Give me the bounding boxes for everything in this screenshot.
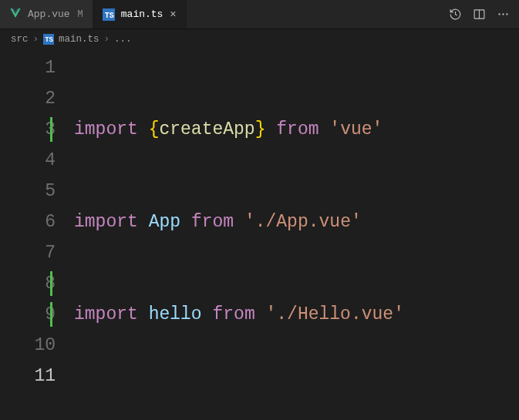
line-number: 7 (0, 237, 56, 268)
editor-actions (440, 0, 519, 29)
code-line[interactable]: import App from './App.vue' (74, 207, 519, 237)
more-icon[interactable] (497, 8, 510, 21)
line-number: 9 (0, 299, 56, 330)
tab-title: main.ts (121, 8, 163, 20)
ts-icon: TS (103, 8, 115, 21)
line-number: 4 (0, 145, 56, 176)
svg-point-3 (502, 13, 504, 15)
history-icon[interactable] (449, 8, 462, 21)
code-line[interactable]: import {createApp} from 'vue' (74, 114, 519, 145)
line-number: 2 (0, 83, 56, 114)
svg-point-4 (506, 13, 507, 15)
breadcrumb-root[interactable]: src (11, 34, 29, 45)
tab-title: App.vue (28, 8, 70, 20)
code-area[interactable]: import {createApp} from 'vue' import App… (74, 52, 519, 420)
line-number: 11 (0, 361, 56, 391)
svg-point-2 (498, 13, 500, 15)
tab-main-ts[interactable]: TS main.ts × (93, 0, 187, 29)
code-line[interactable] (74, 391, 519, 420)
chevron-right-icon: › (104, 34, 110, 45)
tab-app-vue[interactable]: App.vue M (0, 0, 93, 29)
line-number: 10 (0, 330, 56, 361)
ts-icon: TS (43, 34, 54, 45)
modified-bar-icon (50, 271, 52, 296)
vue-icon (9, 7, 22, 22)
line-number: 5 (0, 176, 56, 207)
breadcrumb-file[interactable]: main.ts (59, 34, 99, 45)
tab-modified-indicator: M (78, 9, 83, 20)
breadcrumb[interactable]: src › TS main.ts › ... (0, 29, 519, 49)
line-number: 8 (0, 268, 56, 299)
tab-bar: App.vue M TS main.ts × (0, 0, 519, 29)
breadcrumb-tail[interactable]: ... (114, 34, 132, 45)
code-line[interactable]: import hello from './Hello.vue' (74, 299, 519, 330)
line-number: 1 (0, 52, 56, 83)
chevron-right-icon: › (33, 34, 39, 45)
close-icon[interactable]: × (169, 9, 177, 20)
modified-bar-icon (50, 302, 52, 327)
line-number: 6 (0, 207, 56, 237)
split-editor-icon[interactable] (473, 8, 486, 21)
modified-bar-icon (50, 117, 52, 142)
line-number-gutter: 1 2 3 4 5 6 7 8 9 10 11 (0, 52, 74, 420)
code-editor[interactable]: 1 2 3 4 5 6 7 8 9 10 11 import {createAp… (0, 49, 519, 420)
line-number: 3 (0, 114, 56, 145)
